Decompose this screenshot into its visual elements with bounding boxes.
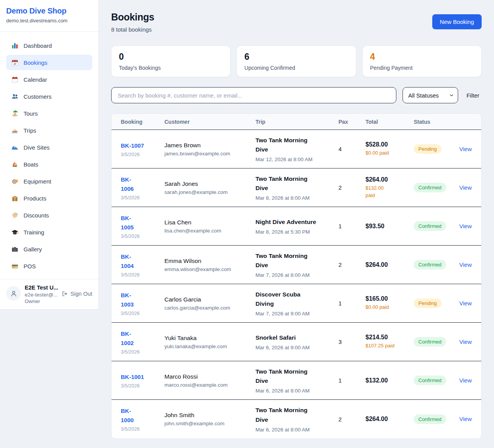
- status-cell: Pending: [414, 298, 459, 308]
- customer-cell: James Brown james.brown@example.com: [164, 142, 255, 157]
- booking-id-link[interactable]: BK- 1005: [121, 214, 134, 232]
- speedboat-icon: [11, 127, 19, 134]
- customer-name: Marco Rossi: [164, 373, 255, 380]
- total-cell: $93.50: [365, 223, 414, 230]
- booking-id-link[interactable]: BK- 1000: [121, 406, 134, 425]
- booking-id-link[interactable]: BK- 1004: [121, 252, 134, 271]
- customer-cell: Emma Wilson emma.wilson@example.com: [164, 258, 255, 272]
- trip-cell: Snorkel Safari Mar 6, 2026 at 9:00 AM: [255, 333, 338, 350]
- sign-out-button[interactable]: Sign Out: [62, 291, 92, 297]
- sidebar-item-discounts[interactable]: Discounts: [6, 207, 92, 223]
- trip-cell: Two Tank Morning Dive Mar 6, 2026 at 8:0…: [255, 406, 338, 432]
- sidebar-item-label: Trips: [24, 127, 36, 134]
- column-header-customer: Customer: [164, 119, 255, 125]
- actions-cell: View: [459, 184, 472, 191]
- booking-cell: BK- 1004 3/5/2026: [121, 252, 164, 278]
- sidebar-item-calendar[interactable]: Calendar: [6, 72, 92, 87]
- trip-datetime: Mar 8, 2026 at 5:30 PM: [255, 229, 338, 235]
- booking-date: 3/5/2026: [121, 152, 164, 157]
- column-header-trip: Trip: [255, 119, 338, 125]
- sidebar-item-gallery[interactable]: Gallery: [6, 241, 92, 257]
- customer-name: Carlos Garcia: [164, 296, 255, 303]
- pax-cell: 3: [338, 339, 365, 345]
- view-link[interactable]: View: [459, 377, 472, 384]
- table-row: BK-1001 3/5/2026 Marco Rossi marco.rossi…: [112, 361, 481, 400]
- trip-name: Two Tank Morning Dive: [255, 136, 317, 154]
- stat-card: 0 Today's Bookings: [111, 45, 230, 77]
- search-input[interactable]: [111, 87, 396, 103]
- trip-cell: Two Tank Morning Dive Mar 12, 2026 at 8:…: [255, 136, 338, 162]
- sidebar-item-products[interactable]: Products: [6, 190, 92, 206]
- column-header-status: Status: [414, 119, 459, 125]
- booking-cell: BK- 1006 3/5/2026: [121, 175, 164, 200]
- sidebar-item-training[interactable]: Training: [6, 224, 92, 240]
- sidebar-item-equipment[interactable]: Equipment: [6, 173, 92, 189]
- trip-name: Two Tank Morning Dive: [255, 367, 317, 386]
- stat-value: 4: [370, 52, 474, 62]
- customer-cell: Yuki Tanaka yuki.tanaka@example.com: [164, 335, 255, 349]
- booking-id-link[interactable]: BK-1001: [121, 372, 144, 382]
- view-link[interactable]: View: [459, 261, 472, 268]
- table-row: BK- 1005 3/5/2026 Lisa Chen lisa.chen@ex…: [112, 207, 481, 246]
- calendar-icon: [11, 76, 19, 83]
- total-cell: $132.00: [365, 377, 414, 384]
- sidebar-item-label: Gallery: [24, 246, 42, 253]
- pax-cell: 1: [338, 377, 365, 384]
- pax-cell: 1: [338, 300, 365, 307]
- view-link[interactable]: View: [459, 416, 472, 422]
- sidebar-item-boats[interactable]: Boats: [6, 157, 92, 172]
- status-badge: Pending: [414, 298, 442, 308]
- island-icon: [11, 110, 19, 117]
- page-title-block: Bookings 8 total bookings: [111, 12, 154, 33]
- new-booking-button[interactable]: New Booking: [432, 14, 482, 29]
- booking-id-link[interactable]: BK- 1006: [121, 175, 134, 194]
- status-select[interactable]: All Statuses: [403, 87, 458, 103]
- sidebar-item-dashboard[interactable]: Dashboard: [6, 38, 92, 53]
- pax-cell: 2: [338, 416, 365, 423]
- booking-id-link[interactable]: BK- 1003: [121, 291, 134, 309]
- users-icon: [11, 93, 19, 100]
- page-subtitle: 8 total bookings: [111, 26, 154, 33]
- booking-date: 3/5/2026: [121, 311, 164, 316]
- bookings-table: Booking Customer Trip Pax Total Status B…: [111, 113, 482, 439]
- pax-cell: 2: [338, 261, 365, 268]
- filter-button[interactable]: Filter: [464, 92, 482, 99]
- view-link[interactable]: View: [459, 184, 472, 191]
- view-link[interactable]: View: [459, 339, 472, 345]
- customer-cell: John Smith john.smith@example.com: [164, 412, 255, 426]
- user-name: E2E Test U...: [25, 285, 58, 291]
- booking-id-link[interactable]: BK-1007: [121, 141, 144, 150]
- trip-name: Two Tank Morning Dive: [255, 406, 317, 424]
- view-link[interactable]: View: [459, 146, 472, 152]
- actions-cell: View: [459, 416, 472, 423]
- total-cell: $165.00 $0.00 paid: [365, 295, 414, 311]
- sidebar-item-trips[interactable]: Trips: [6, 123, 92, 138]
- customer-name: James Brown: [164, 142, 255, 149]
- view-link[interactable]: View: [459, 300, 472, 307]
- sidebar: Demo Dive Shop demo.test.divestreams.com…: [0, 0, 99, 310]
- sidebar-item-bookings[interactable]: Bookings: [6, 55, 92, 70]
- booking-cell: BK- 1005 3/5/2026: [121, 214, 164, 239]
- sign-out-icon: [62, 291, 68, 297]
- total-amount: $93.50: [365, 223, 414, 230]
- booking-date: 3/5/2026: [121, 272, 164, 278]
- actions-cell: View: [459, 261, 472, 268]
- customer-name: Sarah Jones: [164, 180, 255, 187]
- sidebar-item-label: Training: [24, 229, 44, 236]
- camera-icon: [11, 246, 19, 253]
- sidebar-item-customers[interactable]: Customers: [6, 89, 92, 104]
- total-amount: $214.50: [365, 334, 414, 341]
- bar-chart-icon: [11, 42, 19, 49]
- status-badge: Pending: [414, 144, 442, 154]
- sidebar-item-pos[interactable]: POS: [6, 258, 92, 274]
- view-link[interactable]: View: [459, 223, 472, 229]
- total-amount: $165.00: [365, 295, 414, 302]
- sidebar-item-dive-sites[interactable]: Dive Sites: [6, 140, 92, 155]
- trip-name: Night Dive Adventure: [255, 217, 317, 227]
- status-badge: Confirmed: [414, 183, 446, 192]
- calendar-date-icon: [11, 59, 19, 66]
- user-footer: E2E Test U... e2e-tester@... Owner Sign …: [0, 279, 98, 309]
- sidebar-item-tours[interactable]: Tours: [6, 106, 92, 121]
- sidebar-item-label: Tours: [24, 110, 38, 117]
- booking-id-link[interactable]: BK- 1002: [121, 329, 134, 348]
